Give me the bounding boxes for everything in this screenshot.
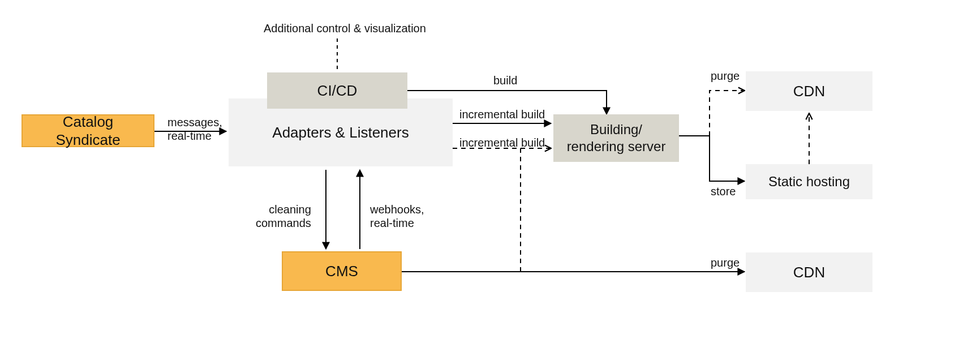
label-store: store [711, 185, 736, 198]
node-cdn-bottom: CDN [746, 252, 872, 292]
node-cms: CMS [282, 251, 402, 291]
label-incremental-build-1: incremental build [459, 108, 545, 121]
node-adapters-listeners: Adapters & Listeners [229, 98, 453, 166]
label-incremental-build-2: incremental build [459, 136, 545, 149]
label-text: purge [711, 256, 740, 269]
node-label: Building/ rendering server [567, 121, 666, 155]
label-text: messages, real-time [167, 116, 222, 142]
label-text: cleaning commands [256, 203, 311, 229]
node-building-rendering-server: Building/ rendering server [553, 114, 679, 162]
label-text: webhooks, real-time [370, 203, 424, 229]
label-text: Additional control & visualization [264, 22, 426, 35]
node-label: CI/CD [317, 82, 358, 100]
node-label: Static hosting [768, 173, 850, 190]
label-cleaning-commands: cleaning commands [256, 189, 311, 230]
node-label: CMS [325, 262, 358, 281]
node-label: CDN [793, 263, 825, 282]
label-webhooks-realtime: webhooks, real-time [370, 189, 424, 230]
label-purge-bottom: purge [711, 256, 740, 269]
label-messages-realtime: messages, real-time [167, 102, 222, 143]
architecture-diagram: Catalog Syndicate Adapters & Listeners C… [0, 0, 980, 343]
label-purge-top: purge [711, 69, 740, 83]
label-text: purge [711, 70, 740, 82]
label-text: incremental build [459, 108, 545, 121]
label-text: build [493, 74, 517, 87]
label-text: incremental build [459, 136, 545, 149]
node-static-hosting: Static hosting [746, 164, 872, 199]
node-label: Adapters & Listeners [272, 123, 409, 142]
node-catalog-syndicate: Catalog Syndicate [22, 114, 154, 147]
node-ci-cd: CI/CD [267, 72, 407, 109]
node-label: Catalog Syndicate [28, 113, 148, 149]
node-label: CDN [793, 82, 825, 101]
label-build: build [493, 74, 517, 87]
label-text: store [711, 185, 736, 198]
label-additional-control: Additional control & visualization [264, 22, 426, 35]
node-cdn-top: CDN [746, 71, 872, 111]
